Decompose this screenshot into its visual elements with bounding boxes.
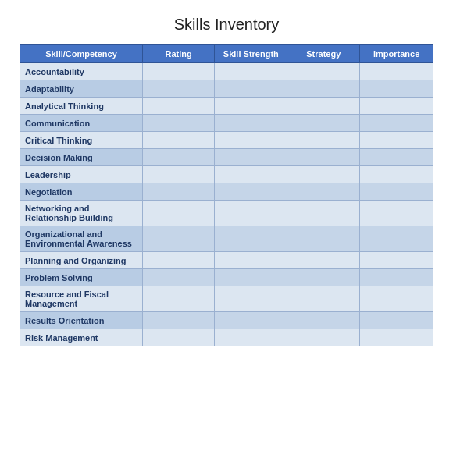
page-container: Skills Inventory Skill/Competency Rating…: [0, 0, 453, 358]
data-cell[interactable]: [287, 286, 360, 312]
data-cell[interactable]: [215, 183, 287, 201]
data-cell[interactable]: [287, 226, 360, 252]
skill-name-cell: Results Orientation: [20, 312, 143, 329]
skill-name-cell: Planning and Organizing: [20, 252, 143, 269]
data-cell[interactable]: [215, 286, 287, 312]
data-cell[interactable]: [142, 98, 214, 115]
table-row: Organizational and Environmental Awarene…: [20, 226, 433, 252]
data-cell[interactable]: [142, 329, 214, 346]
table-row: Adaptability: [20, 80, 433, 98]
skill-name-cell: Risk Management: [20, 329, 143, 346]
skill-name-cell: Negotiation: [20, 183, 143, 201]
header-skill-competency: Skill/Competency: [20, 45, 143, 63]
data-cell[interactable]: [142, 183, 214, 201]
data-cell[interactable]: [215, 329, 287, 346]
page-title: Skills Inventory: [20, 16, 433, 34]
data-cell[interactable]: [360, 132, 433, 149]
data-cell[interactable]: [287, 80, 360, 98]
table-row: Resource and Fiscal Management: [20, 286, 433, 312]
data-cell[interactable]: [215, 312, 287, 329]
skill-name-cell: Accountability: [20, 63, 143, 80]
data-cell[interactable]: [215, 201, 287, 226]
data-cell[interactable]: [360, 80, 433, 98]
skill-name-cell: Organizational and Environmental Awarene…: [20, 226, 143, 252]
data-cell[interactable]: [215, 166, 287, 183]
data-cell[interactable]: [287, 312, 360, 329]
data-cell[interactable]: [360, 98, 433, 115]
table-row: Communication: [20, 115, 433, 132]
skill-name-cell: Decision Making: [20, 149, 143, 166]
data-cell[interactable]: [215, 115, 287, 132]
data-cell[interactable]: [215, 63, 287, 80]
skill-name-cell: Communication: [20, 115, 143, 132]
data-cell[interactable]: [287, 329, 360, 346]
data-cell[interactable]: [215, 80, 287, 98]
data-cell[interactable]: [142, 312, 214, 329]
data-cell[interactable]: [142, 201, 214, 226]
data-cell[interactable]: [287, 98, 360, 115]
data-cell[interactable]: [360, 269, 433, 286]
skill-name-cell: Networking and Relationship Building: [20, 201, 143, 226]
data-cell[interactable]: [287, 63, 360, 80]
table-row: Leadership: [20, 166, 433, 183]
data-cell[interactable]: [142, 166, 214, 183]
data-cell[interactable]: [360, 252, 433, 269]
data-cell[interactable]: [142, 286, 214, 312]
header-importance: Importance: [360, 45, 433, 63]
data-cell[interactable]: [287, 149, 360, 166]
data-cell[interactable]: [215, 98, 287, 115]
skills-table: Skill/Competency Rating Skill Strength S…: [20, 44, 433, 346]
table-row: Accountability: [20, 63, 433, 80]
data-cell[interactable]: [287, 269, 360, 286]
data-cell[interactable]: [215, 226, 287, 252]
skill-name-cell: Analytical Thinking: [20, 98, 143, 115]
data-cell[interactable]: [360, 63, 433, 80]
data-cell[interactable]: [360, 166, 433, 183]
data-cell[interactable]: [142, 149, 214, 166]
data-cell[interactable]: [215, 269, 287, 286]
table-row: Analytical Thinking: [20, 98, 433, 115]
table-row: Critical Thinking: [20, 132, 433, 149]
header-rating: Rating: [142, 45, 214, 63]
table-row: Networking and Relationship Building: [20, 201, 433, 226]
table-header-row: Skill/Competency Rating Skill Strength S…: [20, 45, 433, 63]
data-cell[interactable]: [142, 115, 214, 132]
data-cell[interactable]: [215, 252, 287, 269]
data-cell[interactable]: [360, 226, 433, 252]
data-cell[interactable]: [360, 149, 433, 166]
data-cell[interactable]: [360, 329, 433, 346]
table-row: Results Orientation: [20, 312, 433, 329]
data-cell[interactable]: [215, 149, 287, 166]
data-cell[interactable]: [287, 115, 360, 132]
header-strategy: Strategy: [287, 45, 360, 63]
data-cell[interactable]: [142, 226, 214, 252]
table-row: Problem Solving: [20, 269, 433, 286]
data-cell[interactable]: [142, 132, 214, 149]
data-cell[interactable]: [360, 201, 433, 226]
data-cell[interactable]: [142, 269, 214, 286]
skill-name-cell: Problem Solving: [20, 269, 143, 286]
table-row: Planning and Organizing: [20, 252, 433, 269]
data-cell[interactable]: [360, 115, 433, 132]
data-cell[interactable]: [287, 201, 360, 226]
skill-name-cell: Adaptability: [20, 80, 143, 98]
table-row: Negotiation: [20, 183, 433, 201]
data-cell[interactable]: [142, 80, 214, 98]
data-cell[interactable]: [142, 63, 214, 80]
table-row: Decision Making: [20, 149, 433, 166]
data-cell[interactable]: [360, 286, 433, 312]
skill-name-cell: Critical Thinking: [20, 132, 143, 149]
data-cell[interactable]: [287, 166, 360, 183]
header-skill-strength: Skill Strength: [215, 45, 287, 63]
data-cell[interactable]: [360, 312, 433, 329]
data-cell[interactable]: [360, 183, 433, 201]
skill-name-cell: Resource and Fiscal Management: [20, 286, 143, 312]
data-cell[interactable]: [142, 252, 214, 269]
data-cell[interactable]: [287, 183, 360, 201]
data-cell[interactable]: [287, 132, 360, 149]
skill-name-cell: Leadership: [20, 166, 143, 183]
data-cell[interactable]: [287, 252, 360, 269]
table-row: Risk Management: [20, 329, 433, 346]
data-cell[interactable]: [215, 132, 287, 149]
